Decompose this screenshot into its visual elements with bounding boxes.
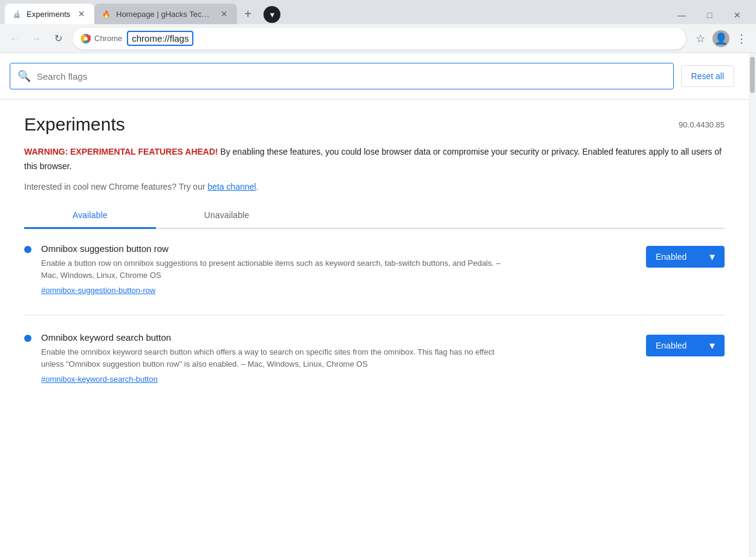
flag-anchor-1[interactable]: #omnibox-suggestion-button-row	[41, 286, 155, 295]
experiments-tab-close[interactable]: ✕	[76, 8, 87, 19]
ghacks-tab-title: Homepage | gHacks Technology	[116, 10, 213, 19]
maximize-icon: □	[707, 10, 712, 20]
warning-paragraph: WARNING: EXPERIMENTAL FEATURES AHEAD! By…	[24, 144, 725, 173]
flag-dot-2	[24, 335, 31, 342]
scrollbar-track[interactable]	[749, 53, 756, 557]
new-tab-button[interactable]: +	[239, 5, 256, 22]
menu-icon: ⋮	[736, 32, 747, 45]
back-icon: ←	[10, 33, 19, 44]
warning-prefix: WARNING: EXPERIMENTAL FEATURES AHEAD!	[24, 147, 218, 156]
flag-description-1: Enable a button row on omnibox suggestio…	[41, 257, 512, 281]
profile-avatar[interactable]: 👤	[711, 29, 731, 48]
flag-title-1: Omnibox suggestion button row	[41, 243, 636, 254]
flag-title-2: Omnibox keyword search button	[41, 332, 636, 343]
main-content-area: Experiments 90.0.4430.85 WARNING: EXPERI…	[0, 100, 749, 418]
chrome-logo-icon	[81, 34, 91, 43]
experiments-tab-title: Experiments	[27, 10, 70, 19]
reset-all-button[interactable]: Reset all	[681, 65, 734, 87]
flag-control-2: Enabled ▾	[646, 335, 725, 356]
flag-enabled-button-2[interactable]: Enabled ▾	[646, 335, 725, 356]
star-icon: ☆	[696, 32, 705, 45]
page-header: Experiments 90.0.4430.85	[24, 114, 725, 135]
separator-1	[24, 315, 725, 315]
title-bar: 🔬 Experiments ✕ 🔥 Homepage | gHacks Tech…	[0, 0, 756, 24]
ghacks-tab-favicon: 🔥	[102, 9, 111, 19]
tab-available[interactable]: Available	[24, 203, 156, 229]
forward-icon: →	[31, 33, 41, 44]
maximize-button[interactable]: □	[696, 6, 723, 24]
tab-group: 🔬 Experiments ✕ 🔥 Homepage | gHacks Tech…	[0, 4, 663, 24]
star-button[interactable]: ☆	[691, 29, 710, 48]
search-flags-input[interactable]	[37, 71, 666, 82]
reset-all-label: Reset all	[691, 71, 724, 81]
tab-unavailable-label: Unavailable	[204, 210, 250, 220]
flag-item-omnibox-keyword-search-button: Omnibox keyword search button Enable the…	[24, 332, 725, 384]
menu-button[interactable]: ⋮	[732, 29, 751, 48]
flag-status-1: Enabled	[656, 252, 687, 262]
tabs-bar: Available Unavailable	[24, 203, 725, 229]
flags-list: Omnibox suggestion button row Enable a b…	[24, 243, 725, 384]
search-icon: 🔍	[18, 69, 31, 83]
forward-button[interactable]: →	[27, 29, 46, 48]
search-box: 🔍	[10, 63, 674, 89]
tab-unavailable[interactable]: Unavailable	[156, 203, 298, 229]
page-content: 🔍 Reset all Experiments 90.0.4430.85 WAR…	[0, 53, 756, 557]
flag-dot-1	[24, 246, 31, 253]
avatar-placeholder-icon: 👤	[714, 32, 728, 45]
new-tab-icon: +	[244, 7, 251, 21]
close-button[interactable]: ✕	[723, 6, 751, 24]
beta-channel-link[interactable]: beta channel	[207, 182, 256, 192]
back-button[interactable]: ←	[5, 29, 24, 48]
beta-text-after: .	[256, 182, 259, 192]
flag-content-1: Omnibox suggestion button row Enable a b…	[41, 243, 636, 295]
version-text: 90.0.4430.85	[679, 120, 725, 129]
site-indicator: Chrome	[81, 34, 122, 43]
avatar: 👤	[712, 30, 729, 47]
ghacks-tab[interactable]: 🔥 Homepage | gHacks Technology ✕	[94, 4, 237, 24]
address-bar[interactable]: Chrome chrome://flags	[73, 28, 686, 50]
svg-point-2	[84, 37, 88, 40]
url-text: chrome://flags	[132, 33, 189, 43]
minimize-icon: —	[677, 10, 686, 20]
beta-text-before: Interested in cool new Chrome features? …	[24, 182, 207, 192]
profile-indicator[interactable]: ▾	[263, 6, 280, 23]
page-title: Experiments	[24, 114, 125, 135]
window-controls: — □ ✕	[663, 4, 756, 24]
site-label: Chrome	[94, 34, 122, 43]
chevron-down-icon-1: ▾	[709, 250, 715, 263]
flag-status-2: Enabled	[656, 341, 687, 350]
flag-enabled-button-1[interactable]: Enabled ▾	[646, 246, 725, 268]
chevron-down-icon-2: ▾	[709, 339, 715, 352]
refresh-icon: ↻	[54, 33, 62, 44]
experiments-tab-favicon: 🔬	[12, 9, 22, 19]
flag-description-2: Enable the omnibox keyword search button…	[41, 346, 512, 370]
flag-item-omnibox-suggestion-button-row: Omnibox suggestion button row Enable a b…	[24, 243, 725, 295]
profile-indicator-icon: ▾	[270, 10, 274, 19]
ghacks-tab-close[interactable]: ✕	[219, 8, 230, 19]
flag-content-2: Omnibox keyword search button Enable the…	[41, 332, 636, 384]
minimize-button[interactable]: —	[668, 6, 696, 24]
toolbar: ← → ↻ Chrome chrome://	[0, 24, 756, 53]
browser-window: 🔬 Experiments ✕ 🔥 Homepage | gHacks Tech…	[0, 0, 756, 557]
close-icon: ✕	[734, 10, 741, 20]
search-area: 🔍 Reset all	[0, 53, 749, 100]
flag-anchor-2[interactable]: #omnibox-keyword-search-button	[41, 375, 158, 384]
beta-paragraph: Interested in cool new Chrome features? …	[24, 181, 725, 193]
page-inner: 🔍 Reset all Experiments 90.0.4430.85 WAR…	[0, 53, 749, 557]
tab-available-label: Available	[73, 210, 108, 220]
flag-control-1: Enabled ▾	[646, 246, 725, 268]
warning-box: WARNING: EXPERIMENTAL FEATURES AHEAD! By…	[24, 144, 725, 193]
experiments-tab[interactable]: 🔬 Experiments ✕	[5, 4, 94, 24]
url-highlight-box[interactable]: chrome://flags	[127, 31, 193, 46]
scrollbar-thumb[interactable]	[750, 57, 755, 93]
refresh-button[interactable]: ↻	[48, 29, 68, 48]
toolbar-right: ☆ 👤 ⋮	[691, 29, 751, 48]
